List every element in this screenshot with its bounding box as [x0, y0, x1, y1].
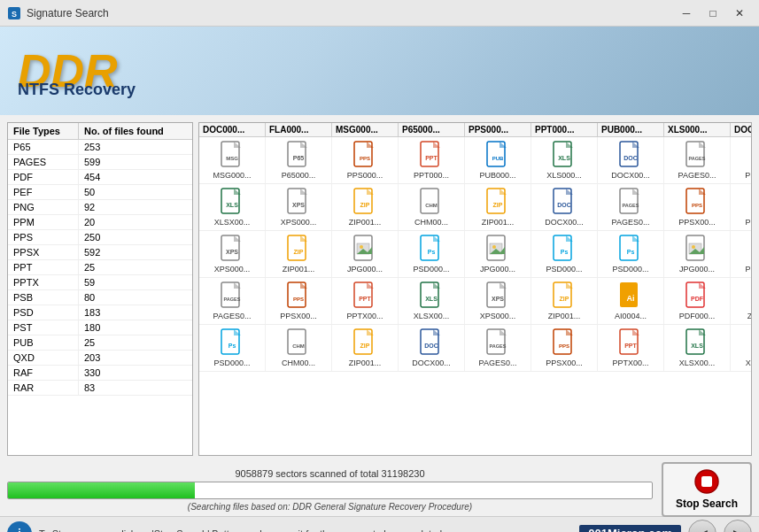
svg-text:PAGES: PAGES	[490, 343, 507, 349]
file-types-panel: File Types No. of files found P65253PAGE…	[7, 122, 193, 456]
app-icon: S	[7, 6, 21, 20]
stop-search-button[interactable]: Stop Search	[662, 462, 752, 517]
file-grid-cell[interactable]: XPSXPS000...	[199, 231, 266, 277]
svg-text:ZIP: ZIP	[560, 296, 569, 302]
file-grid-cell[interactable]: PPTPPT000...	[399, 137, 465, 183]
file-grid-cell[interactable]: PUBPUB000...	[465, 137, 531, 183]
grid-header-cell: PPS000...	[465, 123, 531, 136]
file-icon: DOC	[550, 188, 578, 216]
file-grid-cell[interactable]: PAGESPAGES0...	[199, 278, 266, 324]
file-name: XLSX00...	[679, 359, 716, 367]
file-type-row[interactable]: PAGES599	[8, 155, 192, 170]
svg-text:Ps: Ps	[228, 343, 236, 349]
file-grid-cell[interactable]: DOCDOCX00...	[598, 137, 664, 183]
file-grid-cell[interactable]: PPTPPTX00...	[598, 325, 664, 371]
file-grid-cell[interactable]: PsPSD000...	[598, 231, 664, 277]
file-icon: ZIP	[550, 281, 578, 310]
file-grid-cell[interactable]: ZIPZIP001...	[465, 184, 531, 230]
file-grid-cell[interactable]: XPSXPS000...	[266, 184, 332, 230]
file-grid-cell[interactable]: XPSXPS000...	[465, 278, 531, 324]
file-grid-cell[interactable]: MSGMSG000...	[199, 137, 266, 183]
file-type-count: 25	[79, 260, 192, 274]
file-grid-cell[interactable]: JPG000...	[465, 231, 531, 277]
file-grid-cell[interactable]: PPTPPTX00...	[332, 278, 399, 324]
file-grid-cell[interactable]: PPSPPSX00...	[266, 278, 332, 324]
file-grid-cell[interactable]: ZIPZIP001...	[731, 278, 752, 324]
file-type-row[interactable]: PPTX59	[8, 275, 192, 290]
file-type-row[interactable]: PNG92	[8, 200, 192, 215]
file-grid-cell[interactable]: CHMCHM00...	[266, 325, 332, 371]
close-button[interactable]: ✕	[727, 4, 752, 22]
file-type-row[interactable]: RAF330	[8, 366, 192, 381]
file-grid-cell[interactable]: ZIPZIP001...	[266, 231, 332, 277]
file-grid-cell[interactable]: PPSPPSX00...	[731, 137, 752, 183]
file-grid-cell[interactable]: PsPSD000...	[531, 231, 598, 277]
file-grid-cell[interactable]: PAGESPAGES0...	[664, 137, 731, 183]
file-name: ZIP001...	[349, 359, 382, 367]
file-grid-cell[interactable]: PDFPDF000...	[664, 278, 731, 324]
file-types-list[interactable]: P65253PAGES599PDF454PEF50PNG92PPM20PPS25…	[8, 140, 192, 455]
file-type-count: 25	[79, 335, 192, 350]
file-grid-cell[interactable]: ZIPZIP001...	[531, 278, 598, 324]
minimize-button[interactable]: ─	[674, 4, 699, 22]
file-grid-cell[interactable]: PPSPPSX00...	[664, 184, 731, 230]
file-type-row[interactable]: PPT25	[8, 260, 192, 275]
file-type-row[interactable]: RAR83	[8, 381, 192, 396]
file-grid-cell[interactable]: DOCDOCX00...	[531, 184, 598, 230]
file-grid-cell[interactable]: CHMCHM00...	[399, 184, 465, 230]
file-type-row[interactable]: QXD203	[8, 351, 192, 366]
file-name: JPG000...	[480, 265, 515, 274]
app-header: DDR NTFS Recovery	[0, 27, 759, 115]
file-grid-cell[interactable]: PsPSD000...	[199, 325, 266, 371]
progress-bar-outer	[7, 482, 653, 499]
nav-forward-button[interactable]: ▶	[724, 520, 752, 533]
file-grid-panel[interactable]: DOC000...FLA000...MSG000...P65000...PPS0…	[198, 122, 752, 456]
file-grid-cell[interactable]: PAGESPAGES0...	[598, 184, 664, 230]
file-name: DOCX00...	[545, 218, 584, 227]
svg-text:Ai: Ai	[627, 294, 635, 303]
stop-search-label: Stop Search	[676, 497, 738, 510]
file-grid-cell[interactable]: XLSXLSX00...	[664, 325, 731, 371]
file-icon: MSG	[218, 141, 246, 169]
file-grid-cell[interactable]: ZIPZIP001...	[332, 184, 399, 230]
file-name: PPSX00...	[546, 359, 583, 367]
svg-text:XPS: XPS	[292, 202, 305, 208]
file-types-header: File Types No. of files found	[8, 123, 192, 140]
file-type-row[interactable]: PSD183	[8, 305, 192, 320]
file-type-row[interactable]: PUB25	[8, 335, 192, 351]
maximize-button[interactable]: □	[701, 4, 725, 22]
file-type-row[interactable]: P65253	[8, 140, 192, 155]
file-type-row[interactable]: PPM20	[8, 215, 192, 230]
file-grid-cell[interactable]: XLSXLSX00...	[399, 278, 465, 324]
file-grid-cell[interactable]: XLSXLS000...	[531, 137, 598, 183]
file-grid-cell[interactable]: PPSPPSX00...	[531, 325, 598, 371]
file-grid-cell[interactable]: JPG000...	[664, 231, 731, 277]
file-grid-cell[interactable]: AiAI0004...	[598, 278, 664, 324]
file-grid-cell[interactable]: ZIPZIP001...	[332, 325, 399, 371]
file-type-count: 20	[79, 215, 192, 229]
file-type-row[interactable]: PEF50	[8, 185, 192, 200]
file-grid-cell[interactable]: PsPSD000...	[731, 231, 752, 277]
file-grid-cell[interactable]: DOCDOCX00...	[399, 325, 465, 371]
file-type-row[interactable]: PDF454	[8, 170, 192, 185]
file-grid-cell[interactable]: PPTPPTX00...	[731, 184, 752, 230]
file-grid-cell[interactable]: PAGESPAGES0...	[465, 325, 531, 371]
file-type-row[interactable]: PST180	[8, 320, 192, 335]
file-grid-cell[interactable]: PPSPPS000...	[332, 137, 399, 183]
file-grid-cell[interactable]: JPG000...	[332, 231, 399, 277]
file-type-name: PEF	[8, 185, 79, 199]
file-type-row[interactable]: PPSX592	[8, 245, 192, 260]
file-grid-cell[interactable]: PsPSD000...	[399, 231, 465, 277]
file-icon: Ps	[749, 235, 752, 263]
status-message: To Stop recovery, click on 'Stop Search'…	[39, 528, 572, 533]
file-name: PUB000...	[479, 171, 515, 180]
file-grid-cell[interactable]: XLSXLSX00...	[199, 184, 266, 230]
file-name: XLSX00...	[414, 312, 450, 320]
file-icon: ZIP	[749, 281, 752, 310]
file-name: ZIP001...	[747, 312, 752, 320]
file-type-row[interactable]: PSB80	[8, 290, 192, 305]
file-grid-cell[interactable]: P65P65000...	[266, 137, 332, 183]
file-grid-cell[interactable]: XPSXPS000...	[731, 325, 752, 371]
nav-back-button[interactable]: ◀	[688, 520, 716, 533]
file-type-row[interactable]: PPS250	[8, 230, 192, 245]
